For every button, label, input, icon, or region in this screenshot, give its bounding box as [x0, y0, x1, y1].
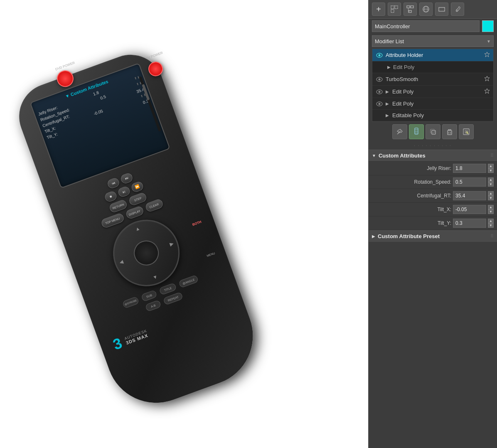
- centrifugal-rt-spin-down[interactable]: ▼: [488, 196, 494, 200]
- strobe-button[interactable]: @STROBE: [122, 296, 140, 309]
- wrench-button[interactable]: [451, 2, 464, 16]
- modifier-edit-poly-3[interactable]: ▶ Edit Poly: [372, 98, 493, 110]
- svg-rect-2: [391, 10, 394, 12]
- turbosmooth-settings-icon[interactable]: [484, 76, 490, 83]
- visibility-icon-turbosmooth[interactable]: [376, 76, 383, 82]
- brand-number: 3: [111, 335, 124, 352]
- svg-point-18: [379, 78, 381, 80]
- turbosmooth-label: TurboSmooth: [386, 76, 482, 82]
- pin-modifier-button[interactable]: [392, 124, 407, 139]
- show-modifier-button[interactable]: [409, 124, 424, 139]
- attribute-holder-settings-icon[interactable]: [484, 52, 490, 59]
- attr-row-jelly-riser: Jelly Riser: ▲ ▼: [369, 162, 497, 175]
- jelly-riser-spin-down[interactable]: ▼: [488, 168, 494, 173]
- jelly-riser-spinner[interactable]: ▲ ▼: [488, 164, 494, 173]
- tilt-x-spin-up[interactable]: ▲: [488, 205, 494, 209]
- tilt-x-input-container: [453, 205, 486, 214]
- centrifugal-rt-spinner[interactable]: ▲ ▼: [488, 191, 494, 200]
- both-label: BOTH: [192, 220, 202, 226]
- brand-text: AUTODESK 3DS MAX: [124, 329, 149, 345]
- custom-attribute-preset-title: Custom Attribute Preset: [378, 233, 490, 239]
- sub-button[interactable]: SUB: [141, 290, 157, 302]
- tilt-y-input[interactable]: [455, 220, 476, 226]
- object-color-swatch[interactable]: [482, 20, 494, 32]
- dvd-power-button[interactable]: [54, 68, 76, 89]
- expand-arrow-editable-poly: ▶: [386, 113, 389, 118]
- svg-rect-32: [448, 130, 452, 135]
- edit-poly-2-label: Edit Poly: [392, 89, 482, 95]
- tilt-x-spin-down[interactable]: ▼: [488, 209, 494, 214]
- attr-row-rotation-speed: Rotation_Speed: ▲ ▼: [369, 175, 497, 189]
- tilt-y-spin-up[interactable]: ▲: [488, 219, 494, 223]
- strobe-label: @STROBE: [122, 296, 140, 309]
- custom-attribute-preset-section[interactable]: ▶ Custom Attribute Preset ⠿: [369, 230, 497, 242]
- custom-attributes-section: ▼ Custom Attributes ⠿ Jelly Riser: ▲ ▼ R…: [369, 150, 497, 230]
- rotation-speed-spinner[interactable]: ▲ ▼: [488, 177, 494, 187]
- rotation-speed-input[interactable]: [455, 179, 476, 185]
- btn-rewind[interactable]: ⏮: [106, 177, 121, 190]
- tilt-x-label: Tilt_X:: [372, 207, 451, 212]
- object-name-bar: [369, 19, 497, 34]
- modifier-editable-poly[interactable]: ▶ Editable Poly: [372, 110, 493, 121]
- rotation-speed-label: Rotation_Speed:: [372, 179, 451, 185]
- remote-body: DVD POWER TV POWER ▼ Custom Attributes J…: [10, 45, 267, 417]
- sphere-button[interactable]: [419, 2, 433, 16]
- repeat-button[interactable]: REPEAT: [163, 292, 183, 305]
- dropdown-arrow-icon: ▼: [487, 39, 491, 44]
- drag-handle: · · · · · · · · · ·: [369, 142, 497, 150]
- attribute-holder-label: Attribute Holder: [386, 52, 482, 58]
- svg-rect-3: [407, 6, 410, 8]
- btn-play-pause[interactable]: ⏯: [117, 185, 131, 198]
- screen-value-2: 0.5: [100, 94, 107, 101]
- svg-marker-16: [485, 52, 490, 57]
- tilt-y-spinner[interactable]: ▲ ▼: [488, 219, 494, 228]
- attr-row-tilt-y: Tilt_Y: ▲ ▼: [369, 217, 497, 230]
- tilt-x-input[interactable]: [455, 207, 476, 212]
- delete-modifier-button[interactable]: [442, 124, 457, 139]
- rotation-speed-spin-up[interactable]: ▲: [488, 177, 494, 182]
- edit-poly-3-label: Edit Poly: [392, 101, 490, 107]
- tv-power-label: TV POWER: [145, 51, 163, 60]
- visibility-icon-edit-poly-2[interactable]: [376, 89, 383, 95]
- svg-marker-19: [485, 76, 490, 81]
- object-name-input[interactable]: [372, 20, 480, 32]
- rotation-speed-spin-down[interactable]: ▼: [488, 182, 494, 187]
- preset-grip-icon: ⠿: [490, 234, 494, 239]
- ab-button[interactable]: A-B: [145, 300, 162, 312]
- modifier-edit-poly-1[interactable]: ▶ Edit Poly: [372, 62, 493, 73]
- centrifugal-rt-input[interactable]: [455, 193, 476, 199]
- btn-ffwd[interactable]: ⏭: [120, 172, 134, 185]
- modifier-edit-poly-2[interactable]: ▶ Edit Poly: [372, 86, 493, 98]
- btn-skip[interactable]: ⏩: [130, 180, 145, 193]
- visibility-icon-attr-holder[interactable]: [376, 52, 383, 58]
- jelly-riser-input[interactable]: [455, 165, 476, 171]
- tilt-y-spin-down[interactable]: ▼: [488, 223, 494, 228]
- jelly-riser-spin-up[interactable]: ▲: [488, 164, 494, 168]
- copy-modifier-button[interactable]: [426, 124, 440, 139]
- btn-stop[interactable]: ■: [104, 190, 118, 203]
- expand-arrow-edit-poly-3: ▶: [386, 101, 389, 106]
- centrifugal-rt-spin-up[interactable]: ▲: [488, 191, 494, 196]
- hierarchy-button[interactable]: [404, 2, 417, 16]
- add-modifier-button[interactable]: +: [372, 2, 385, 16]
- visibility-icon-edit-poly-3[interactable]: [376, 101, 383, 107]
- svg-point-24: [379, 103, 381, 105]
- jelly-riser-input-container: [453, 164, 486, 173]
- attribute-editor-button[interactable]: [459, 124, 474, 139]
- dpad-center[interactable]: [130, 237, 162, 269]
- modifier-list-label: Modifier List: [375, 38, 404, 44]
- screen-value-1: 1.8: [92, 90, 99, 96]
- svg-rect-30: [432, 130, 435, 134]
- modifier-turbosmooth[interactable]: TurboSmooth: [372, 73, 493, 86]
- section-grip-icon: ⠿: [490, 153, 494, 158]
- select-region-button[interactable]: [388, 2, 401, 16]
- edit-poly-2-settings-icon[interactable]: [484, 88, 490, 95]
- custom-attributes-header[interactable]: ▼ Custom Attributes ⠿: [369, 150, 497, 162]
- tv-power-button[interactable]: [146, 59, 165, 78]
- title-button[interactable]: TITLE: [159, 283, 177, 295]
- modifier-attribute-holder[interactable]: Attribute Holder: [372, 49, 493, 62]
- modifier-list-dropdown[interactable]: Modifier List ▼: [372, 35, 494, 47]
- svg-marker-22: [485, 89, 490, 94]
- plane-button[interactable]: [435, 2, 448, 16]
- tilt-x-spinner[interactable]: ▲ ▼: [488, 205, 494, 214]
